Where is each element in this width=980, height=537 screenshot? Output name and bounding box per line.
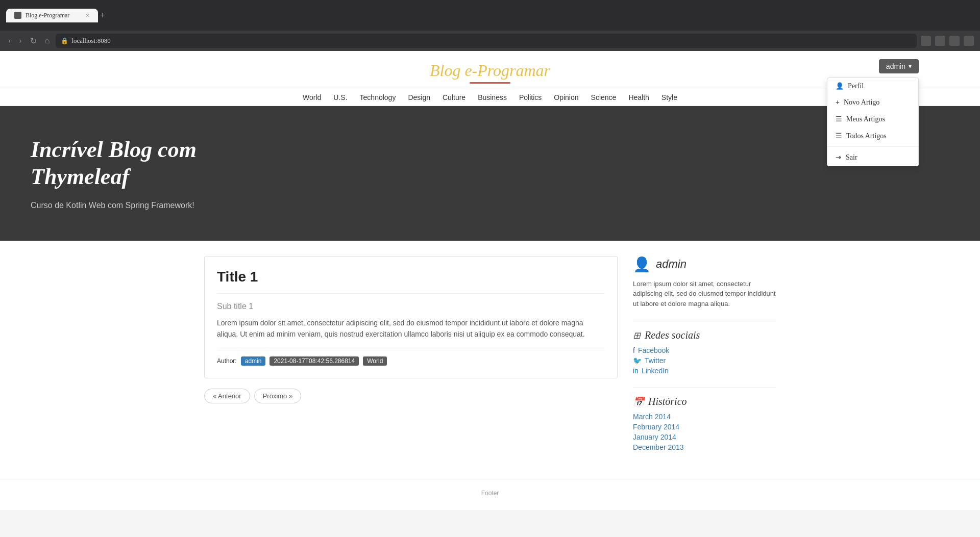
facebook-label: Facebook (638, 346, 669, 354)
facebook-link[interactable]: f Facebook (633, 346, 776, 354)
menu-item-meus-artigos[interactable]: Meus Artigos (827, 111, 918, 127)
article-card: Title 1 Sub title 1 Lorem ipsum dolor si… (204, 256, 618, 379)
admin-dropdown-menu: Perfil Novo Artigo Meus Artigos Todos Ar… (827, 78, 919, 166)
linkedin-icon: in (633, 367, 639, 375)
facebook-icon: f (633, 346, 635, 354)
nav-item-design[interactable]: Design (408, 93, 430, 101)
new-tab-button[interactable]: + (100, 10, 105, 21)
main-layout: Title 1 Sub title 1 Lorem ipsum dolor si… (194, 256, 786, 464)
admin-menu-button[interactable]: admin (879, 59, 919, 73)
nav-item-opinion[interactable]: Opinion (554, 93, 578, 101)
article-author: admin (241, 356, 266, 366)
article-body: Lorem ipsum dolor sit amet, consectetur … (217, 317, 605, 340)
nav-item-world[interactable]: World (303, 93, 321, 101)
menu-label-novo-artigo: Novo Artigo (844, 98, 879, 107)
sidebar-divider-2 (633, 387, 776, 388)
pagination: « Anterior Próximo » (204, 389, 618, 403)
admin-dropdown-wrapper: admin Perfil Novo Artigo Meus Artigos To… (879, 59, 919, 73)
nav-item-business[interactable]: Business (478, 93, 507, 101)
sidebar-social-section: ⊞ Redes sociais f Facebook 🐦 Twitter in … (633, 329, 776, 375)
hero-subtitle: Curso de Kotlin Web com Spring Framework… (31, 201, 949, 210)
hero-title: Incrível Blog com Thymeleaf (31, 137, 286, 191)
title-underline (470, 82, 510, 84)
url-text: localhost:8080 (71, 37, 111, 45)
browser-chrome: Blog e-Programar ✕ + (0, 0, 980, 31)
site-title-text: Blog e-Programar (430, 61, 550, 80)
article-meta: Author: admin 2021-08-17T08:42:56.286814… (217, 350, 605, 366)
linkedin-link[interactable]: in LinkedIn (633, 367, 776, 375)
sidebar-author-section: 👤 admin Lorem ipsum dolor sit amet, cons… (633, 256, 776, 309)
network-icon: ⊞ (633, 330, 641, 341)
menu-item-perfil[interactable]: Perfil (827, 78, 918, 94)
next-page-button[interactable]: Próximo » (254, 389, 302, 403)
nav-item-science[interactable]: Science (591, 93, 617, 101)
menu-divider (827, 146, 918, 147)
active-tab[interactable]: Blog e-Programar ✕ (6, 9, 98, 22)
site-header: Blog e-Programar admin Perfil Novo Artig… (0, 51, 980, 89)
menu-item-novo-artigo[interactable]: Novo Artigo (827, 94, 918, 111)
menu-label-perfil: Perfil (848, 82, 864, 90)
plus-icon (836, 98, 840, 107)
nav-item-politics[interactable]: Politics (519, 93, 542, 101)
extension-icon-1[interactable] (921, 36, 931, 46)
calendar-icon: 📅 (633, 396, 644, 407)
author-bio: Lorem ipsum dolor sit amet, consectetur … (633, 279, 776, 309)
extension-icon-3[interactable] (949, 36, 960, 46)
article-title: Title 1 (217, 269, 605, 294)
linkedin-label: LinkedIn (642, 367, 669, 375)
menu-label-meus-artigos: Meus Artigos (846, 115, 885, 123)
person-icon (836, 82, 844, 90)
lock-icon: 🔒 (61, 37, 68, 45)
tab-favicon (14, 12, 21, 19)
footer-text: Footer (481, 490, 499, 497)
nav-item-culture[interactable]: Culture (443, 93, 465, 101)
nav-item-style[interactable]: Style (662, 93, 677, 101)
archive-link-january-2014[interactable]: January 2014 (633, 433, 776, 441)
tab-close-button[interactable]: ✕ (85, 12, 90, 19)
twitter-link[interactable]: 🐦 Twitter (633, 356, 776, 365)
author-label: Author: (217, 357, 237, 365)
browser-extensions (921, 36, 974, 46)
extension-icon-2[interactable] (935, 36, 945, 46)
list-icon-1 (836, 115, 842, 123)
sidebar-author: 👤 admin (633, 256, 776, 273)
forward-button[interactable]: › (17, 35, 23, 46)
archive-heading: 📅 Histórico (633, 396, 776, 407)
articles-column: Title 1 Sub title 1 Lorem ipsum dolor si… (204, 256, 618, 464)
sidebar: 👤 admin Lorem ipsum dolor sit amet, cons… (633, 256, 776, 464)
sidebar-divider-1 (633, 321, 776, 321)
twitter-label: Twitter (645, 356, 666, 365)
archive-link-march-2014[interactable]: March 2014 (633, 413, 776, 421)
nav-item-health[interactable]: Health (628, 93, 649, 101)
site-footer: Footer (0, 479, 980, 507)
logout-icon (836, 153, 842, 162)
social-heading: ⊞ Redes sociais (633, 329, 776, 341)
tab-title: Blog e-Programar (26, 12, 69, 19)
article-subtitle: Sub title 1 (217, 302, 605, 311)
archive-link-february-2014[interactable]: February 2014 (633, 423, 776, 431)
prev-page-button[interactable]: « Anterior (204, 389, 250, 403)
menu-label-todos-artigos: Todos Artigos (846, 132, 887, 140)
address-bar[interactable]: 🔒 localhost:8080 (56, 34, 917, 48)
home-button[interactable]: ⌂ (43, 35, 52, 46)
nav-bar: ‹ › ↻ ⌂ 🔒 localhost:8080 (0, 31, 980, 51)
archive-link-december-2013[interactable]: December 2013 (633, 443, 776, 451)
refresh-button[interactable]: ↻ (28, 35, 39, 47)
back-button[interactable]: ‹ (6, 35, 13, 46)
nav-item-technology[interactable]: Technology (360, 93, 396, 101)
page: Blog e-Programar admin Perfil Novo Artig… (0, 51, 980, 510)
author-icon: 👤 (633, 256, 651, 273)
extension-icon-4[interactable] (964, 36, 974, 46)
nav-item-us[interactable]: U.S. (333, 93, 347, 101)
list-icon-2 (836, 132, 842, 140)
archive-heading-text: Histórico (648, 396, 687, 407)
article-category: World (363, 356, 387, 366)
twitter-icon: 🐦 (633, 356, 642, 365)
menu-item-todos-artigos[interactable]: Todos Artigos (827, 127, 918, 144)
author-name: admin (656, 258, 687, 271)
social-heading-text: Redes sociais (645, 329, 700, 341)
sidebar-archive-section: 📅 Histórico March 2014 February 2014 Jan… (633, 396, 776, 451)
menu-label-sair: Sair (846, 154, 857, 162)
menu-item-sair[interactable]: Sair (827, 149, 918, 166)
article-date: 2021-08-17T08:42:56.286814 (270, 356, 359, 366)
